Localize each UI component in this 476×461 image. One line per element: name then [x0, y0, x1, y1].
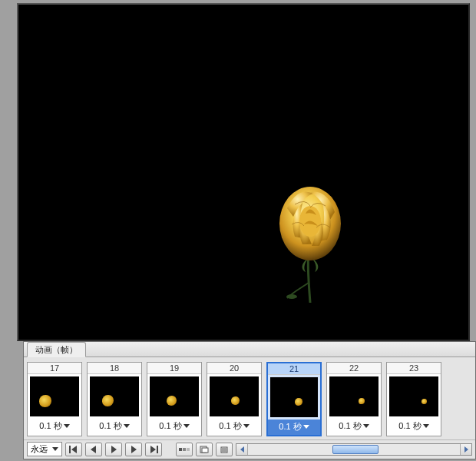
- frame-delay-label: 0.1 秒: [398, 420, 421, 432]
- chevron-down-icon: [423, 424, 429, 428]
- chevron-down-icon: [363, 424, 369, 428]
- tab-label: 动画（帧）: [35, 345, 78, 354]
- frame-delay-label: 0.1 秒: [99, 420, 121, 432]
- prev-frame-button[interactable]: [85, 443, 102, 456]
- frame-delay-dropdown[interactable]: 0.1 秒: [88, 419, 141, 434]
- svg-rect-3: [69, 446, 71, 453]
- svg-marker-20: [464, 446, 468, 453]
- frame-thumbnail: [90, 376, 139, 416]
- chevron-down-icon: [64, 424, 70, 428]
- svg-rect-12: [187, 448, 190, 451]
- next-frame-button[interactable]: [125, 443, 142, 456]
- frame-number: 21: [268, 363, 320, 375]
- frame-thumbnail: [270, 377, 318, 417]
- animation-footer: 永远: [24, 439, 475, 459]
- frames-strip: 170.1 秒180.1 秒190.1 秒200.1 秒210.1 秒220.1…: [24, 357, 475, 439]
- animation-panel: 动画（帧） 170.1 秒180.1 秒190.1 秒200.1 秒210.1 …: [23, 341, 476, 459]
- rose-mini-icon: [231, 396, 240, 405]
- scroll-thumb[interactable]: [332, 445, 378, 454]
- delete-frame-button[interactable]: [216, 443, 233, 456]
- scroll-right-button[interactable]: [460, 444, 471, 455]
- last-frame-button[interactable]: [145, 443, 162, 456]
- svg-marker-5: [91, 446, 96, 453]
- frame-delay-label: 0.1 秒: [39, 420, 61, 432]
- frame-number: 19: [147, 363, 201, 374]
- chevron-down-icon: [183, 424, 190, 428]
- first-frame-button[interactable]: [65, 443, 82, 456]
- frame-delay-dropdown[interactable]: 0.1 秒: [207, 419, 261, 434]
- rose-image: [272, 181, 349, 308]
- rose-mini-icon: [167, 396, 177, 406]
- frame-delay-label: 0.1 秒: [339, 420, 361, 432]
- svg-marker-8: [150, 446, 156, 453]
- duplicate-frame-button[interactable]: [196, 443, 213, 456]
- rose-mini-icon: [102, 395, 114, 406]
- frame-thumbnail: [150, 376, 199, 416]
- frame-number: 18: [88, 363, 141, 374]
- frame-delay-dropdown[interactable]: 0.1 秒: [28, 419, 81, 434]
- frame-thumbnail: [389, 376, 438, 416]
- frame-item[interactable]: 200.1 秒: [207, 362, 262, 436]
- frame-item[interactable]: 230.1 秒: [386, 362, 441, 436]
- rose-mini-icon: [359, 398, 365, 404]
- frame-item[interactable]: 180.1 秒: [87, 362, 142, 436]
- frame-item[interactable]: 170.1 秒: [27, 362, 82, 436]
- play-button[interactable]: [105, 443, 122, 456]
- frame-number: 20: [207, 363, 261, 374]
- canvas-content: [18, 5, 468, 340]
- scroll-left-button[interactable]: [236, 444, 248, 455]
- rose-mini-icon: [421, 399, 427, 404]
- svg-rect-14: [202, 448, 208, 453]
- chevron-down-icon: [303, 425, 309, 429]
- chevron-down-icon: [243, 424, 250, 428]
- svg-rect-10: [179, 448, 182, 451]
- scroll-track[interactable]: [248, 444, 460, 455]
- loop-dropdown[interactable]: 永远: [27, 442, 62, 456]
- svg-marker-7: [131, 446, 137, 453]
- frame-delay-dropdown[interactable]: 0.1 秒: [268, 420, 320, 435]
- frame-delay-label: 0.1 秒: [279, 421, 301, 433]
- tween-button[interactable]: [176, 443, 193, 456]
- svg-point-0: [286, 294, 297, 299]
- frame-number: 17: [28, 363, 81, 374]
- frame-item[interactable]: 190.1 秒: [147, 362, 202, 436]
- frame-item[interactable]: 220.1 秒: [326, 362, 382, 436]
- svg-rect-11: [183, 448, 186, 451]
- chevron-down-icon: [52, 447, 58, 451]
- frame-number: 23: [387, 363, 441, 374]
- frame-item[interactable]: 210.1 秒: [266, 362, 322, 436]
- frame-delay-label: 0.1 秒: [159, 420, 181, 432]
- frame-thumbnail: [329, 376, 378, 416]
- svg-marker-19: [240, 446, 244, 453]
- frame-delay-label: 0.1 秒: [219, 420, 241, 432]
- loop-label: 永远: [31, 443, 48, 455]
- frame-number: 22: [327, 363, 381, 374]
- frame-delay-dropdown[interactable]: 0.1 秒: [327, 419, 381, 434]
- svg-rect-9: [157, 446, 158, 453]
- rose-mini-icon: [295, 398, 302, 406]
- tab-animation-frames[interactable]: 动画（帧）: [27, 342, 86, 357]
- frame-delay-dropdown[interactable]: 0.1 秒: [147, 419, 201, 434]
- chevron-down-icon: [124, 424, 130, 428]
- svg-marker-6: [111, 446, 117, 453]
- frame-delay-dropdown[interactable]: 0.1 秒: [387, 419, 441, 434]
- frame-thumbnail: [30, 376, 79, 416]
- document-canvas[interactable]: [17, 3, 470, 341]
- svg-marker-4: [71, 446, 77, 453]
- frame-thumbnail: [210, 376, 259, 416]
- frames-scrollbar[interactable]: [236, 443, 472, 456]
- panel-tab-bar: 动画（帧）: [24, 342, 475, 357]
- rose-mini-icon: [39, 395, 51, 407]
